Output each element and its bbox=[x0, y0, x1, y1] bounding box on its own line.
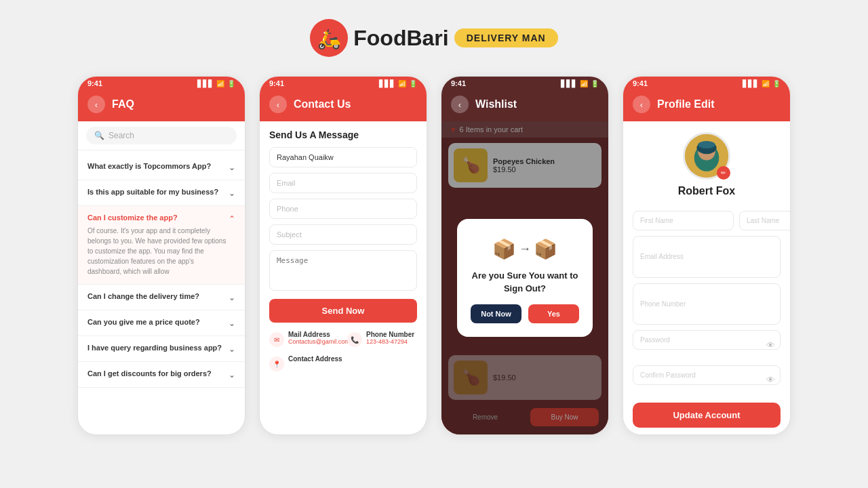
mail-icon: ✉ bbox=[269, 332, 284, 347]
not-now-button[interactable]: Not Now bbox=[471, 304, 521, 323]
modal-buttons: Not Now Yes bbox=[471, 304, 579, 323]
signal-icon4: ▋▋▋ bbox=[743, 80, 759, 87]
contact-section-title: Send Us A Message bbox=[269, 129, 417, 140]
faq-search-area: 🔍 Search bbox=[78, 121, 245, 150]
mail-info-text: Mail Address Contactus@gamil.com bbox=[288, 331, 350, 345]
modal-title: Are you Sure You want to Sign Out? bbox=[471, 270, 579, 294]
svg-point-6 bbox=[698, 141, 715, 148]
faq-question-3: Can I customize the app? Of course. It's… bbox=[87, 214, 229, 277]
faq-item-3[interactable]: Can I customize the app? Of course. It's… bbox=[78, 206, 245, 285]
contact-message-input[interactable] bbox=[269, 250, 417, 291]
signal-icon: ▋▋▋ bbox=[197, 80, 214, 87]
search-icon: 🔍 bbox=[94, 131, 104, 140]
send-now-button[interactable]: Send Now bbox=[269, 299, 417, 323]
avatar-section: ✏ Robert Fox bbox=[623, 121, 790, 204]
faq-item-1[interactable]: What exactly is Topcommors App? ⌄ bbox=[78, 155, 245, 180]
wifi-icon3: 📶 bbox=[580, 80, 588, 87]
signal-icon2: ▋▋▋ bbox=[379, 80, 395, 87]
signout-modal: 📦 → 📦 Are you Sure You want to Sign Out?… bbox=[457, 219, 593, 336]
chevron-icon-5: ⌄ bbox=[229, 319, 235, 328]
last-name-input[interactable] bbox=[739, 211, 790, 230]
chevron-icon-2: ⌄ bbox=[229, 188, 235, 198]
battery-icon4: 🔋 bbox=[772, 80, 781, 87]
contact-name-input[interactable] bbox=[269, 147, 417, 167]
mail-info: ✉ Mail Address Contactus@gamil.com bbox=[269, 331, 339, 347]
contact-phone: 9:41 ▋▋▋ 📶 🔋 ‹ Contact Us Send Us A Mess… bbox=[259, 76, 427, 435]
profile-phone: 9:41 ▋▋▋ 📶 🔋 ‹ Profile Edit bbox=[623, 76, 791, 435]
password-wrap: 👁 bbox=[633, 330, 781, 360]
faq-back-button[interactable]: ‹ bbox=[87, 96, 105, 113]
faq-question-5: Can you give me a price quote? bbox=[87, 318, 205, 326]
profile-back-button[interactable]: ‹ bbox=[633, 96, 650, 113]
chevron-icon-6: ⌄ bbox=[229, 344, 235, 354]
faq-top-bar: ‹ FAQ bbox=[78, 90, 245, 121]
confirm-password-toggle-icon[interactable]: 👁 bbox=[766, 375, 775, 385]
wifi-icon2: 📶 bbox=[398, 80, 406, 87]
faq-item-4[interactable]: Can I change the delivery time? ⌄ bbox=[78, 285, 245, 310]
phone-info-text: Phone Number 123-483-47294 bbox=[366, 331, 414, 345]
faq-item-5[interactable]: Can you give me a price quote? ⌄ bbox=[78, 310, 245, 336]
address-info-text: Contact Address bbox=[288, 355, 342, 363]
confirm-password-wrap: 👁 bbox=[633, 365, 781, 395]
wishlist-back-button[interactable]: ‹ bbox=[451, 96, 469, 113]
faq-question-7: Can I get discounts for big orders? bbox=[87, 369, 217, 378]
yes-button[interactable]: Yes bbox=[528, 304, 579, 323]
wishlist-status-time: 9:41 bbox=[451, 79, 466, 87]
chevron-icon-4: ⌄ bbox=[229, 293, 235, 302]
logo-wrap: 🛵 FoodBari DELIVERY MAN bbox=[310, 19, 557, 57]
contact-top-bar: ‹ Contact Us bbox=[260, 90, 427, 121]
wishlist-status-icons: ▋▋▋ 📶 🔋 bbox=[561, 80, 599, 87]
wishlist-phone: 9:41 ▋▋▋ 📶 🔋 ‹ Wishlist ♥ 6 Items in you… bbox=[441, 76, 609, 435]
contact-subject-input[interactable] bbox=[269, 224, 417, 245]
signal-icon3: ▋▋▋ bbox=[561, 80, 577, 87]
confirm-password-input[interactable] bbox=[633, 365, 781, 385]
faq-item-2[interactable]: Is this app suitable for my business? ⌄ bbox=[78, 180, 245, 206]
address-icon: 📍 bbox=[269, 357, 284, 371]
contact-status-bar: 9:41 ▋▋▋ 📶 🔋 bbox=[260, 77, 427, 90]
faq-item-6[interactable]: I have query regarding business app? ⌄ bbox=[78, 336, 245, 362]
profile-status-icons: ▋▋▋ 📶 🔋 bbox=[743, 80, 781, 87]
contact-content: Send Us A Message Send Now ✉ Mail Addres… bbox=[260, 121, 427, 434]
faq-list: What exactly is Topcommors App? ⌄ Is thi… bbox=[78, 150, 245, 434]
first-name-input[interactable] bbox=[633, 211, 734, 230]
faq-content: 🔍 Search What exactly is Topcommors App?… bbox=[78, 121, 245, 434]
contact-status-icons: ▋▋▋ 📶 🔋 bbox=[379, 80, 417, 87]
battery-icon: 🔋 bbox=[227, 80, 235, 87]
phone-input[interactable] bbox=[633, 283, 781, 325]
chevron-icon-1: ⌄ bbox=[229, 163, 235, 172]
contact-email-input[interactable] bbox=[269, 173, 417, 193]
faq-item-7[interactable]: Can I get discounts for big orders? ⌄ bbox=[78, 362, 245, 388]
wishlist-content: ♥ 6 Items in your cart 🍗 Popeyes Chicken… bbox=[441, 121, 608, 434]
faq-question-1: What exactly is Topcommors App? bbox=[87, 162, 216, 170]
email-input[interactable] bbox=[633, 236, 781, 278]
password-input[interactable] bbox=[633, 330, 781, 350]
password-toggle-icon[interactable]: 👁 bbox=[766, 340, 775, 350]
wifi-icon: 📶 bbox=[216, 80, 224, 87]
update-account-button[interactable]: Update Account bbox=[633, 403, 781, 428]
profile-status-time: 9:41 bbox=[633, 79, 648, 87]
faq-phone: 9:41 ▋▋▋ 📶 🔋 ‹ FAQ 🔍 Search What exa bbox=[77, 76, 245, 435]
profile-name: Robert Fox bbox=[678, 185, 735, 197]
phone-icon: 📞 bbox=[347, 332, 362, 347]
faq-title: FAQ bbox=[112, 98, 134, 110]
avatar-wrap: ✏ bbox=[683, 132, 730, 180]
chevron-icon-7: ⌄ bbox=[229, 370, 235, 380]
faq-question-2: Is this app suitable for my business? bbox=[87, 188, 224, 196]
faq-question-4: Can I change the delivery time? bbox=[87, 292, 205, 300]
contact-back-button[interactable]: ‹ bbox=[269, 96, 287, 113]
app-header: 🛵 FoodBari DELIVERY MAN bbox=[310, 19, 557, 57]
contact-info-section: ✉ Mail Address Contactus@gamil.com 📞 Pho… bbox=[269, 331, 417, 371]
name-row bbox=[633, 211, 781, 230]
search-box[interactable]: 🔍 Search bbox=[86, 127, 237, 144]
search-placeholder: Search bbox=[108, 131, 134, 140]
contact-phone-input[interactable] bbox=[269, 199, 417, 219]
signout-modal-overlay: 📦 → 📦 Are you Sure You want to Sign Out?… bbox=[441, 121, 608, 434]
avatar-edit-button[interactable]: ✏ bbox=[717, 166, 730, 180]
profile-form: 👁 👁 Update Account bbox=[623, 204, 790, 434]
wishlist-top-bar: ‹ Wishlist bbox=[441, 90, 608, 121]
contact-title: Contact Us bbox=[294, 98, 351, 110]
profile-top-bar: ‹ Profile Edit bbox=[623, 90, 790, 121]
faq-status-bar: 9:41 ▋▋▋ 📶 🔋 bbox=[78, 77, 245, 90]
phones-row: 9:41 ▋▋▋ 📶 🔋 ‹ FAQ 🔍 Search What exa bbox=[77, 76, 791, 435]
profile-status-bar: 9:41 ▋▋▋ 📶 🔋 bbox=[623, 77, 790, 90]
